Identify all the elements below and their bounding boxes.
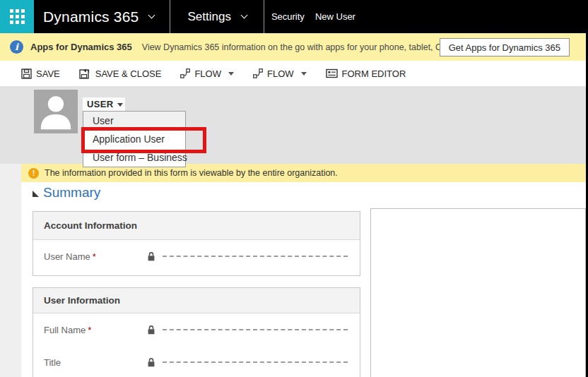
waffle-icon (10, 9, 25, 24)
save-label: SAVE (36, 68, 60, 79)
form-selector-dropdown: User Application User User form – Busine… (83, 111, 186, 167)
section-header: Account Information (33, 212, 360, 240)
flow-button-1[interactable]: FLOW (180, 68, 234, 79)
breadcrumb-security[interactable]: Security (271, 11, 305, 22)
side-panel (370, 208, 586, 377)
notification-text: The information provided in this form is… (45, 168, 338, 178)
collapse-triangle-icon (33, 191, 39, 197)
apps-banner-title: Apps for Dynamics 365 (30, 42, 132, 52)
chevron-down-icon (240, 12, 247, 19)
save-and-close-button[interactable]: SAVE & CLOSE (79, 68, 162, 79)
form-selector-label: USER (87, 99, 113, 109)
account-information-section: Account Information User Name* (33, 211, 360, 276)
brand-menu[interactable]: Dynamics 365 (34, 0, 170, 33)
person-icon (34, 90, 78, 133)
chevron-down-icon (117, 103, 123, 107)
breadcrumb-new-user[interactable]: New User (315, 11, 355, 22)
save-button[interactable]: SAVE (21, 68, 60, 79)
form-editor-button[interactable]: FORM EDITOR (326, 68, 406, 79)
chevron-down-icon (228, 72, 234, 76)
chevron-down-icon (301, 72, 307, 76)
chevron-down-icon (148, 12, 155, 19)
field-label: Title (44, 357, 147, 368)
field-value-line[interactable] (163, 256, 348, 257)
top-navigation-bar: Dynamics 365 Settings Security New User (0, 0, 588, 33)
field-label: Full Name* (44, 325, 147, 335)
record-avatar[interactable] (34, 90, 78, 133)
form-editor-icon (326, 68, 338, 78)
left-gutter (0, 164, 21, 377)
lock-icon (147, 325, 155, 335)
area-switcher[interactable]: Settings (170, 0, 263, 33)
get-apps-button[interactable]: Get Apps for Dynamics 365 (440, 38, 570, 56)
flow-label: FLOW (267, 68, 294, 79)
info-icon: i (10, 40, 23, 54)
dropdown-item-user-form-business[interactable]: User form – Business (83, 148, 185, 167)
field-row-full-name[interactable]: Full Name* (33, 313, 360, 346)
summary-section-toggle[interactable]: Summary (33, 182, 100, 203)
required-asterisk: * (93, 251, 96, 262)
brand-title: Dynamics 365 (43, 8, 139, 25)
lock-icon (147, 357, 155, 368)
breadcrumb: Security New User (264, 0, 355, 33)
field-row-title[interactable]: Title (33, 346, 360, 377)
flow-button-2[interactable]: FLOW (253, 68, 307, 79)
form-selector-button[interactable]: USER (83, 97, 125, 111)
dynamics-365-new-user-page: Dynamics 365 Settings Security New User … (0, 0, 588, 377)
user-information-section: User Information Full Name* Title (33, 287, 360, 377)
flow-icon (180, 68, 190, 78)
save-icon (21, 68, 32, 79)
field-value-line[interactable] (163, 329, 348, 330)
save-close-icon (79, 68, 91, 79)
field-value-line[interactable] (163, 361, 348, 363)
form-editor-label: FORM EDITOR (342, 68, 406, 79)
flow-icon (253, 68, 263, 78)
dropdown-item-application-user[interactable]: Application User (83, 130, 185, 148)
dropdown-item-user[interactable]: User (83, 112, 185, 130)
area-title: Settings (187, 10, 230, 24)
save-and-close-label: SAVE & CLOSE (95, 68, 162, 79)
app-launcher-button[interactable] (0, 0, 34, 33)
apps-banner: i Apps for Dynamics 365 View Dynamics 36… (0, 33, 588, 61)
warning-icon: ! (28, 168, 39, 179)
field-row-user-name[interactable]: User Name* (33, 240, 360, 273)
lock-icon (147, 251, 155, 262)
summary-title: Summary (43, 185, 100, 201)
field-label: User Name* (44, 251, 147, 262)
flow-label: FLOW (194, 68, 221, 79)
command-bar: SAVE SAVE & CLOSE FLOW (0, 61, 588, 86)
section-header: User Information (33, 288, 360, 313)
required-asterisk: * (88, 325, 91, 335)
